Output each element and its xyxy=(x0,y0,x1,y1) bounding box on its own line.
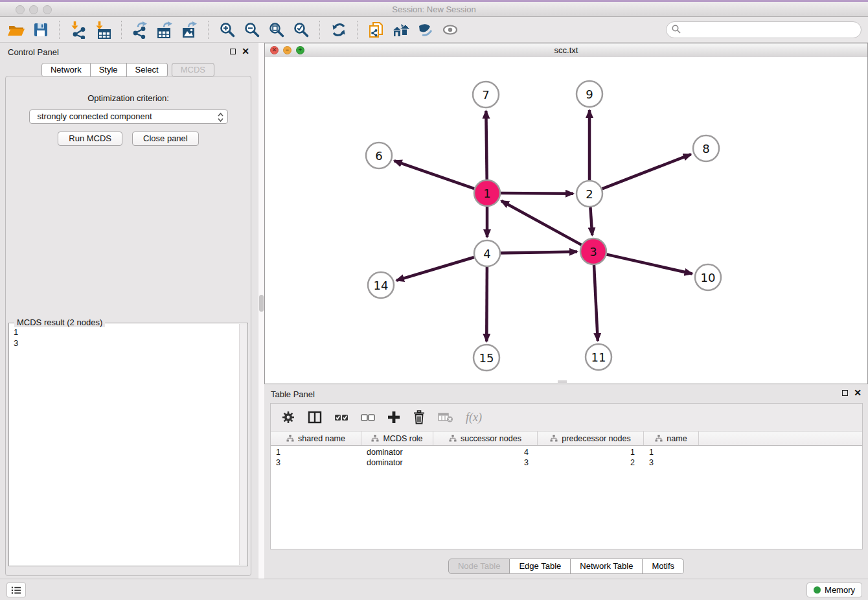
import-table-button[interactable] xyxy=(91,19,115,41)
graph-edge-1-2[interactable] xyxy=(501,193,573,194)
float-panel-icon[interactable] xyxy=(230,49,236,54)
cell-successor-nodes[interactable]: 3 xyxy=(433,457,538,468)
table-tab-node-table[interactable]: Node Table xyxy=(448,559,510,574)
window-title: Session: New Session xyxy=(0,5,868,14)
table-row[interactable]: 1dominator411 xyxy=(271,447,862,457)
graph-node-8[interactable]: 8 xyxy=(693,135,719,161)
cell-name[interactable]: 3 xyxy=(644,457,699,468)
graph-node-15[interactable]: 15 xyxy=(474,345,499,371)
close-panel-button[interactable]: Close panel xyxy=(132,132,199,146)
graphics-details-button[interactable] xyxy=(414,19,437,41)
zoom-out-button[interactable] xyxy=(240,19,264,41)
network-graph: 7968124314101511 xyxy=(265,57,867,384)
close-panel-icon[interactable]: ✕ xyxy=(242,47,249,55)
tab-mcds[interactable]: MCDS xyxy=(172,63,214,77)
graph-node-6[interactable]: 6 xyxy=(366,143,392,168)
graph-node-3[interactable]: 3 xyxy=(580,238,606,264)
column-header-name[interactable]: name xyxy=(644,432,699,445)
graph-node-2[interactable]: 2 xyxy=(577,181,602,207)
deselect-all-button[interactable] xyxy=(361,412,375,422)
checked-boxes-icon xyxy=(334,412,348,422)
eye-icon xyxy=(441,21,459,38)
zoom-fit-button[interactable] xyxy=(265,19,288,41)
graph-node-9[interactable]: 9 xyxy=(577,81,602,107)
panel-splitter[interactable] xyxy=(256,43,264,579)
graph-edge-4-3[interactable] xyxy=(501,252,577,253)
graph-node-14[interactable]: 14 xyxy=(368,272,394,298)
graph-edge-1-6[interactable] xyxy=(394,161,475,189)
delete-column-button[interactable] xyxy=(413,410,426,424)
duplicate-network-button[interactable] xyxy=(365,19,388,41)
graph-node-1[interactable]: 1 xyxy=(474,180,500,206)
task-history-button[interactable] xyxy=(6,583,26,597)
toolbar-separator xyxy=(59,21,60,39)
table-panel-title: Table Panel xyxy=(271,389,315,399)
cell-predecessor-nodes[interactable]: 2 xyxy=(538,457,644,468)
export-table-button[interactable] xyxy=(154,19,177,41)
graph-edge-3-11[interactable] xyxy=(594,265,598,341)
graph-edge-1-7[interactable] xyxy=(486,111,486,179)
tab-style[interactable]: Style xyxy=(91,63,127,77)
memory-button[interactable]: Memory xyxy=(806,583,862,597)
frame-resize-handle[interactable] xyxy=(558,380,567,383)
select-all-button[interactable] xyxy=(334,412,348,422)
graph-edge-2-8[interactable] xyxy=(602,154,691,189)
graph-edge-3-1[interactable] xyxy=(501,201,582,245)
network-canvas[interactable]: 7968124314101511 xyxy=(265,57,867,384)
close-table-panel-icon[interactable]: ✕ xyxy=(854,389,862,397)
search-input[interactable] xyxy=(666,21,862,38)
node-table: shared nameMCDS rolesuccessor nodesprede… xyxy=(271,432,862,549)
cell-predecessor-nodes[interactable]: 1 xyxy=(538,447,644,457)
cell-mcds-role[interactable]: dominator xyxy=(361,457,433,468)
result-scrollbar[interactable] xyxy=(239,324,247,565)
column-settings-button[interactable] xyxy=(281,410,295,424)
run-mcds-button[interactable]: Run MCDS xyxy=(58,132,122,146)
create-column-button[interactable] xyxy=(387,411,400,424)
delete-table-button[interactable] xyxy=(438,411,453,423)
column-header-mcds-role[interactable]: MCDS role xyxy=(361,432,433,445)
column-header-shared-name[interactable]: shared name xyxy=(271,432,361,445)
apply-preferred-layout-button[interactable] xyxy=(327,19,350,41)
graph-edge-4-14[interactable] xyxy=(396,257,474,281)
home-icon xyxy=(391,21,411,38)
graph-node-7[interactable]: 7 xyxy=(473,82,499,108)
table-tab-motifs[interactable]: Motifs xyxy=(643,559,684,574)
graph-node-label-4: 4 xyxy=(483,247,490,260)
cell-successor-nodes[interactable]: 4 xyxy=(433,447,538,457)
cell-shared-name[interactable]: 1 xyxy=(271,447,361,457)
graph-edge-2-3[interactable] xyxy=(590,207,592,235)
graph-node-11[interactable]: 11 xyxy=(586,344,611,370)
graph-node-4[interactable]: 4 xyxy=(474,240,500,266)
float-table-panel-icon[interactable] xyxy=(842,390,848,396)
open-session-button[interactable] xyxy=(5,19,28,41)
column-header-predecessor-nodes[interactable]: predecessor nodes xyxy=(538,432,644,445)
criterion-dropdown[interactable]: strongly connected component xyxy=(29,110,228,124)
splitter-thumb[interactable] xyxy=(259,295,264,312)
birds-eye-view-button[interactable] xyxy=(439,19,462,41)
graph-node-label-1: 1 xyxy=(483,187,490,200)
criterion-dropdown-value: strongly connected component xyxy=(38,111,152,121)
cell-shared-name[interactable]: 3 xyxy=(271,457,361,468)
hierarchy-icon xyxy=(449,435,457,442)
import-network-button[interactable] xyxy=(67,19,90,41)
graph-edge-4-15[interactable] xyxy=(486,267,487,341)
export-network-button[interactable] xyxy=(129,19,152,41)
tab-select[interactable]: Select xyxy=(127,63,168,77)
cell-mcds-role[interactable]: dominator xyxy=(361,447,433,457)
zoom-selected-button[interactable] xyxy=(290,19,313,41)
column-header-successor-nodes[interactable]: successor nodes xyxy=(433,432,538,445)
graph-edge-3-10[interactable] xyxy=(607,255,692,274)
table-row[interactable]: 3dominator323 xyxy=(271,457,862,468)
home-button[interactable] xyxy=(389,19,413,41)
table-tab-edge-table[interactable]: Edge Table xyxy=(510,559,571,574)
graph-node-10[interactable]: 10 xyxy=(695,264,721,290)
main-toolbar xyxy=(0,17,868,43)
tab-network[interactable]: Network xyxy=(41,63,91,77)
cell-name[interactable]: 1 xyxy=(644,447,699,457)
zoom-in-button[interactable] xyxy=(216,19,239,41)
function-builder-button[interactable]: f(x) xyxy=(466,411,482,424)
save-session-button[interactable] xyxy=(29,19,52,41)
table-tab-network-table[interactable]: Network Table xyxy=(571,559,643,574)
split-panel-button[interactable] xyxy=(308,411,322,424)
export-image-button[interactable] xyxy=(178,19,201,41)
